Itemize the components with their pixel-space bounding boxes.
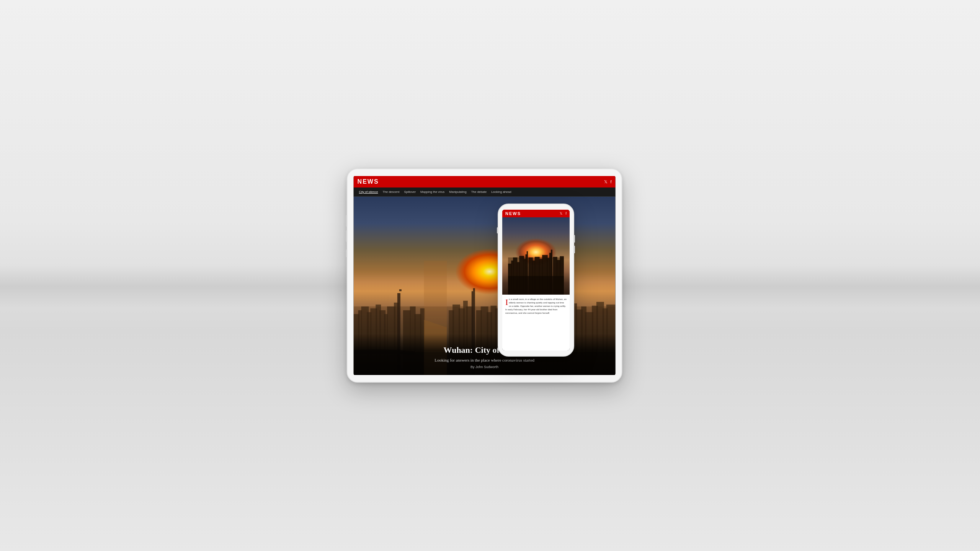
tablet-twitter-icon[interactable]: 𝕏 [604,179,608,184]
tablet-social-icons: 𝕏 f [604,179,612,184]
scene: NEWS 𝕏 f City of silence The descent Spi… [0,0,980,551]
phone-hero-bg [502,217,570,295]
phone-header: NEWS 𝕏 f [502,210,570,217]
tablet-power [346,249,347,257]
tablet-vol-down [346,230,347,242]
tablet-hero-area: Wuhan: City of silence Looking for answe… [354,197,616,375]
nav-item-the-descent[interactable]: The descent [380,189,402,195]
tablet-hero-overlay: Wuhan: City of silence Looking for answe… [354,334,616,375]
tablet-facebook-icon[interactable]: f [611,179,612,184]
phone-facebook-icon[interactable]: f [565,212,567,215]
tablet-screen: NEWS 𝕏 f City of silence The descent Spi… [354,176,616,375]
phone-hero-area [502,217,570,295]
tablet-header: NEWS 𝕏 f [354,176,616,187]
phone-text-area: In a small room, in a village on the out… [502,295,570,350]
phone-city-svg [502,233,570,295]
tablet-device: NEWS 𝕏 f City of silence The descent Spi… [347,168,622,383]
phone-social-icons: 𝕏 f [560,212,567,215]
nav-item-manipulating[interactable]: Manipulating [447,189,469,195]
tablet-hero-subtitle: Looking for answers in the place where c… [361,357,608,363]
phone-device: NEWS 𝕏 f [498,204,574,357]
svg-rect-24 [473,288,475,291]
tablet-logo: NEWS [358,178,379,185]
phone-screen: NEWS 𝕏 f [502,210,570,350]
svg-rect-73 [508,276,564,295]
phone-logo: NEWS [505,211,521,216]
nav-item-looking-ahead[interactable]: Looking ahead [489,189,514,195]
tablet-hero-author: By John Sudworth [361,365,608,369]
phone-vol-up [574,235,575,243]
phone-power [497,227,498,233]
nav-item-city-of-silence[interactable]: City of silence [357,189,381,195]
phone-drop-cap: I [505,299,508,306]
tablet-nav: City of silence The descent Spillover Ma… [354,187,616,197]
tablet-vol-up [346,215,347,227]
nav-item-spillover[interactable]: Spillover [402,189,418,195]
phone-article-paragraph: In a small room, in a village on the out… [505,298,567,315]
svg-rect-12 [399,289,402,291]
phone-twitter-icon[interactable]: 𝕏 [560,212,562,215]
phone-vol-down [574,246,575,253]
nav-item-mapping-the-virus[interactable]: Mapping the virus [418,189,447,195]
nav-item-the-debate[interactable]: The debate [469,189,489,195]
